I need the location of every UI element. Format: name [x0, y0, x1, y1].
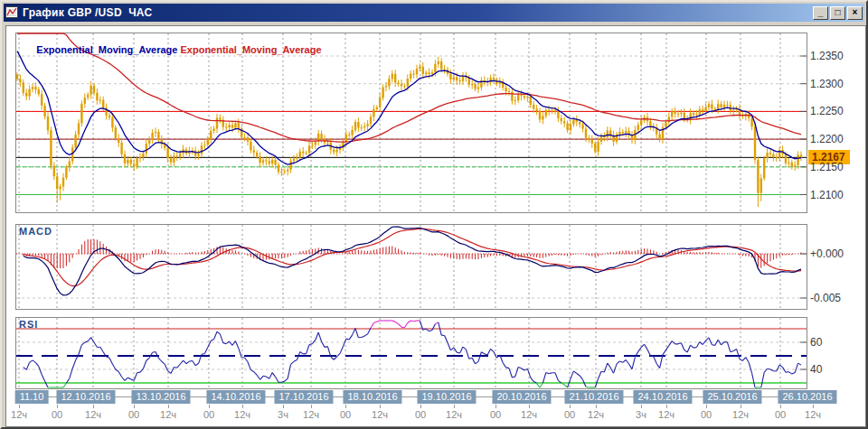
minimize-button[interactable]: _ — [813, 6, 828, 20]
price-tick-label: 1.2300 — [810, 78, 844, 90]
indicator-legend: Exponential_Moving_Average Exponential_M… — [20, 33, 322, 66]
window-title: График GBP /USD ЧАС — [23, 6, 813, 19]
chart-client-area: Exponential_Moving_Average Exponential_M… — [5, 25, 866, 427]
hour-tick — [529, 405, 530, 408]
hour-tick — [780, 405, 781, 408]
close-button[interactable]: × — [847, 6, 863, 20]
hour-label: 12ч — [160, 409, 176, 420]
hour-tick — [311, 405, 312, 408]
hour-label: 12ч — [805, 409, 821, 420]
hour-tick — [454, 405, 455, 408]
date-badge: 21.10.2016 — [564, 390, 623, 404]
hour-label: 00 — [203, 409, 214, 420]
hour-tick — [19, 405, 20, 408]
hour-tick — [596, 405, 597, 408]
macd-label: MACD — [19, 226, 52, 237]
hour-label: 12ч — [446, 409, 462, 420]
rsi-panel[interactable] — [15, 317, 807, 389]
hour-tick — [345, 405, 346, 408]
rsi-label: RSI — [19, 319, 38, 330]
hour-tick — [168, 405, 169, 408]
hour-label: 00 — [564, 409, 575, 420]
price-tick-label: 1.2200 — [810, 133, 844, 145]
date-badge: 19.10.2016 — [417, 390, 476, 404]
hour-tick — [570, 405, 571, 408]
legend-ema-fast: Exponential_Moving_Average — [36, 44, 177, 55]
hour-label: 3ч — [636, 409, 646, 420]
titlebar[interactable]: График GBP /USD ЧАС _ □ × — [4, 4, 864, 22]
hour-label: 00 — [415, 409, 426, 420]
window-controls: _ □ × — [813, 6, 863, 20]
legend-ema-slow: Exponential_Moving_Average — [181, 44, 322, 55]
macd-panel[interactable] — [15, 224, 807, 310]
hour-label: 12ч — [85, 409, 101, 420]
hour-label: 00 — [775, 409, 786, 420]
hour-label: 3ч — [278, 409, 288, 420]
hour-label: 12ч — [372, 409, 388, 420]
hour-label: 12ч — [658, 409, 675, 420]
hour-label: 00 — [340, 409, 351, 420]
maximize-button[interactable]: □ — [830, 6, 845, 20]
hour-tick — [93, 405, 94, 408]
hour-tick — [134, 405, 135, 408]
hour-label: 12ч — [521, 409, 537, 420]
date-badge: 12.10.2016 — [56, 390, 115, 404]
hour-tick — [380, 405, 381, 408]
date-badge: 18.10.2016 — [343, 390, 401, 404]
date-badge: 25.10.2016 — [703, 390, 761, 404]
hour-label: 00 — [701, 409, 712, 420]
date-axis: 11.1012.10.201613.10.201614.10.201617.10… — [6, 389, 866, 406]
hour-tick — [666, 405, 667, 408]
hour-tick — [813, 405, 814, 408]
hour-tick — [283, 405, 284, 408]
hour-tick — [495, 405, 496, 408]
macd-tick-label: -0.005 — [810, 292, 841, 304]
price-tick-label: 1.2100 — [810, 189, 844, 201]
app-window: График GBP /USD ЧАС _ □ × Exponential_Mo… — [0, 0, 868, 429]
hour-label: 12ч — [588, 409, 604, 420]
hour-label: 12ч — [11, 409, 27, 420]
hour-tick — [420, 405, 421, 408]
price-tick-label: 1.2350 — [810, 50, 844, 62]
rsi-tick-label: 40 — [810, 363, 822, 376]
hour-label: 12ч — [234, 409, 250, 420]
hour-tick — [741, 405, 741, 408]
rsi-tick-label: 60 — [810, 336, 822, 349]
date-badge: 13.10.2016 — [131, 390, 190, 404]
hour-tick — [57, 405, 58, 408]
macd-tick-label: +0.000 — [810, 247, 844, 260]
hour-label: 00 — [52, 409, 62, 420]
date-badge: 14.10.2016 — [206, 390, 265, 404]
hour-label: 00 — [490, 409, 501, 420]
hour-axis: 12ч0012ч0012ч0012ч3ч12ч0012ч0012ч0012ч00… — [6, 406, 866, 423]
hour-label: 12ч — [303, 409, 319, 420]
chart-window-icon — [5, 6, 19, 19]
price-tick-label: 1.2150 — [810, 161, 844, 173]
hour-tick — [242, 405, 243, 408]
date-badge: 11.10 — [15, 390, 49, 404]
date-badge: 26.10.2016 — [778, 390, 836, 404]
date-badge: 17.10.2016 — [274, 390, 333, 404]
date-badge: 20.10.2016 — [492, 390, 551, 404]
price-tick-label: 1.2250 — [810, 105, 844, 117]
hour-label: 00 — [128, 409, 139, 420]
hour-tick — [706, 405, 707, 408]
hour-tick — [641, 405, 642, 408]
hour-tick — [209, 405, 210, 408]
date-badge: 24.10.2016 — [633, 390, 692, 404]
hour-label: 12ч — [732, 409, 749, 420]
